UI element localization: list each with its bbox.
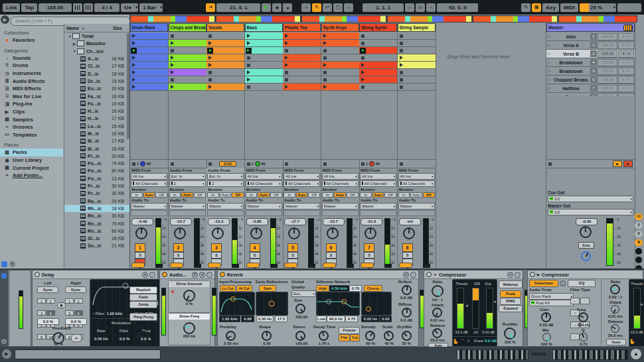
clip-slot[interactable]: [321, 62, 359, 69]
scale-knob[interactable]: [384, 331, 394, 341]
scene-time-signature[interactable]: 4 / 4: [618, 68, 634, 75]
pan-knob[interactable]: [364, 227, 376, 239]
sidechain-toggle[interactable]: Sidechain: [529, 280, 558, 287]
automation-arm-button[interactable]: ✎: [312, 3, 321, 12]
cpu-meter[interactable]: 25 %: [580, 3, 616, 12]
scene-row[interactable]: ▷ Breakdown 4 165.00 4 / 4: [546, 58, 635, 67]
input-type-select[interactable]: All Ins: [246, 173, 282, 180]
input-type-select[interactable]: Ext. In: [207, 173, 244, 180]
monitor-in-button[interactable]: In: [283, 192, 295, 198]
crossfade-indicator[interactable]: [361, 263, 374, 268]
release-knob[interactable]: [432, 328, 442, 338]
scene-launch-icon[interactable]: ▷: [547, 78, 552, 82]
input-type-select[interactable]: All Ins: [283, 173, 320, 180]
device-on-icon[interactable]: [530, 272, 535, 277]
crossfade-indicator[interactable]: [131, 263, 145, 268]
monitor-off-button[interactable]: Off: [347, 192, 359, 198]
auto-release-button[interactable]: Auto: [606, 339, 626, 345]
file-row[interactable]: A...ic 16 KB: [64, 55, 129, 62]
early-reflections-display[interactable]: [256, 292, 288, 316]
clip-slot-empty[interactable]: [245, 54, 283, 62]
input-type-select[interactable]: All Ins: [322, 173, 359, 180]
pan-knob[interactable]: [212, 227, 224, 239]
follow-button[interactable]: ➔: [206, 3, 215, 12]
clip-view-icon[interactable]: [1, 273, 7, 278]
clip-slot-playing[interactable]: [359, 47, 397, 54]
device-on-icon[interactable]: [220, 272, 225, 277]
mode-fade-button[interactable]: Fade: [129, 294, 157, 301]
chorus-button[interactable]: Chorus: [364, 285, 382, 292]
sidebar-item-templates[interactable]: ▭ Templates: [0, 131, 63, 139]
file-row[interactable]: Rh...ic 18 KB: [64, 205, 129, 212]
high-shelf-button[interactable]: High: [316, 285, 329, 292]
file-row[interactable]: Dr...ic 15 KB: [64, 78, 129, 85]
shape-knob[interactable]: [262, 331, 272, 341]
solo-button[interactable]: S: [326, 252, 337, 259]
monitor-auto-button[interactable]: Auto: [258, 192, 270, 198]
solo-button[interactable]: S: [364, 252, 374, 259]
input-type-select[interactable]: Ext. In: [169, 173, 206, 180]
scene-launch-icon[interactable]: ▷: [547, 52, 552, 56]
loop-start-display[interactable]: 1. 1. 1: [362, 3, 404, 12]
comp-drywet-knob[interactable]: [504, 328, 516, 339]
clip-slot[interactable]: [130, 69, 168, 76]
input-channel-select[interactable]: 2: [169, 180, 206, 187]
monitor-in-button[interactable]: In: [322, 192, 334, 198]
hot-swap-icon[interactable]: ⊘: [199, 272, 205, 278]
arrangement-position-display[interactable]: 21. 4. 1: [216, 3, 260, 12]
output-select[interactable]: Master: [207, 203, 244, 210]
hot-swap-icon[interactable]: ⊘: [142, 272, 148, 278]
midi-map-button[interactable]: MIDI: [560, 3, 578, 12]
scene-launch-icon[interactable]: ▷: [547, 86, 552, 90]
draw-mode-button[interactable]: ✎: [521, 3, 530, 12]
low-shelf-button[interactable]: Low: [316, 316, 327, 322]
scene-row[interactable]: ▷ Intro 1 165.00 4 / 4: [546, 32, 635, 41]
delay-sync-left[interactable]: Sync: [37, 286, 58, 293]
punch-in-button[interactable]: ⌐: [405, 3, 414, 12]
file-row[interactable]: H...ic 16 KB: [64, 107, 129, 115]
input-q-value[interactable]: 6.88: [241, 316, 254, 322]
device-on-icon[interactable]: [426, 272, 432, 277]
clip-slot-empty[interactable]: [169, 76, 206, 84]
clip-slot-empty[interactable]: [398, 40, 436, 47]
diffusion-display[interactable]: [316, 292, 360, 316]
clip-slot[interactable]: [321, 84, 359, 91]
scene-tempo[interactable]: 165.00: [598, 59, 617, 66]
clip-slot[interactable]: [359, 76, 397, 84]
monitor-off-button[interactable]: Off: [194, 192, 206, 198]
input-type-select[interactable]: All Ins: [360, 173, 396, 180]
file-row[interactable]: H...ic 17 KB: [64, 115, 129, 122]
sidebar-item-samples[interactable]: ▤ Samples: [0, 115, 63, 123]
folder-row[interactable]: ▶ Bassline: [64, 40, 129, 47]
expand-icon[interactable]: ▶: [72, 42, 77, 46]
input-freq-value[interactable]: 1.62 kHz: [219, 316, 240, 322]
fold-icon[interactable]: ▼: [434, 272, 437, 276]
scene-row[interactable]: ▷ Chopped Breaks 6 165.00 4 / 4: [546, 76, 635, 84]
spin-rate-value[interactable]: 0.30 Hz: [256, 316, 274, 322]
clip-slot-playing[interactable]: [130, 47, 168, 54]
clip-slot[interactable]: [169, 54, 206, 62]
monitor-auto-button[interactable]: Auto: [143, 192, 155, 198]
chorus-display[interactable]: [361, 292, 392, 316]
track-header[interactable]: String Sample: [398, 23, 436, 32]
input-channel-select[interactable]: All Channels: [322, 180, 359, 187]
crossfade-indicator[interactable]: [399, 263, 412, 268]
clip-slot-empty[interactable]: [283, 69, 321, 76]
capture-button[interactable]: ○: [344, 3, 353, 12]
sidebar-item-instruments[interactable]: ◷ Instruments: [0, 70, 63, 78]
file-row[interactable]: Ra...ic 29 KB: [64, 198, 129, 205]
scene-launch-icon[interactable]: ▷: [547, 34, 552, 38]
q-knob[interactable]: [579, 333, 588, 341]
track-stop-row[interactable]: [283, 159, 321, 168]
high-q-value[interactable]: 0.70: [349, 285, 362, 292]
ratio-knob[interactable]: [610, 284, 620, 294]
crossfade-indicator[interactable]: [323, 263, 336, 268]
fill-in-icon[interactable]: [73, 3, 82, 12]
track-activator-button[interactable]: 5: [287, 243, 298, 252]
hot-swap-icon[interactable]: ⊘: [403, 272, 409, 278]
unfold-icon[interactable]: ▶: [537, 272, 540, 276]
monitor-off-button[interactable]: Off: [155, 192, 167, 198]
output-select[interactable]: Master: [283, 203, 320, 210]
stereo-link-icon[interactable]: ◉: [57, 302, 66, 308]
re-enable-automation-button[interactable]: ↩: [323, 3, 332, 12]
